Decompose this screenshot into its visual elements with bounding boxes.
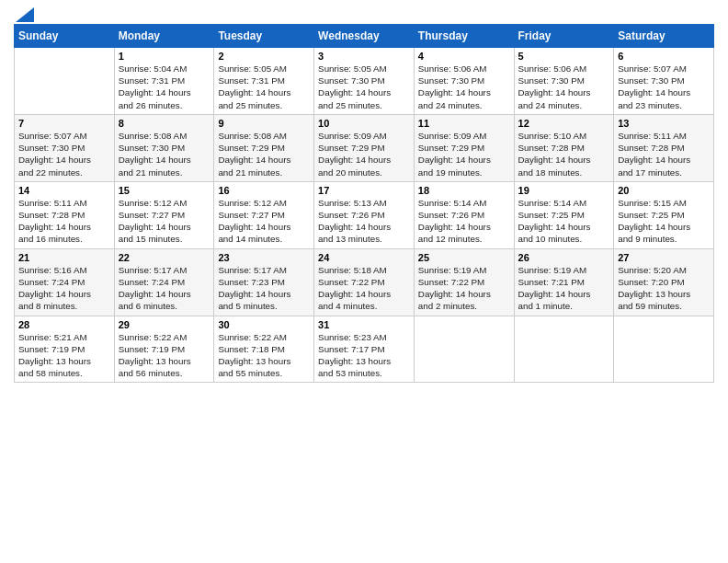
day-number: 15 <box>119 185 210 196</box>
day-info: Sunrise: 5:21 AM Sunset: 7:19 PM Dayligh… <box>18 331 110 380</box>
day-number: 30 <box>218 319 310 330</box>
day-number: 2 <box>218 51 310 62</box>
day-number: 20 <box>618 185 710 196</box>
day-info: Sunrise: 5:07 AM Sunset: 7:30 PM Dayligh… <box>618 63 710 111</box>
calendar-cell: 25Sunrise: 5:19 AM Sunset: 7:22 PM Dayli… <box>414 248 514 316</box>
day-info: Sunrise: 5:04 AM Sunset: 7:31 PM Dayligh… <box>119 63 210 111</box>
day-info: Sunrise: 5:07 AM Sunset: 7:30 PM Dayligh… <box>18 130 110 178</box>
calendar-header-row: SundayMondayTuesdayWednesdayThursdayFrid… <box>15 25 714 48</box>
logo <box>14 9 34 18</box>
calendar-cell: 11Sunrise: 5:09 AM Sunset: 7:29 PM Dayli… <box>414 114 514 181</box>
day-info: Sunrise: 5:06 AM Sunset: 7:30 PM Dayligh… <box>518 63 610 111</box>
calendar-cell <box>15 48 115 115</box>
day-number: 3 <box>318 51 410 62</box>
calendar-cell <box>414 316 514 383</box>
calendar-table: SundayMondayTuesdayWednesdayThursdayFrid… <box>14 24 714 383</box>
day-info: Sunrise: 5:14 AM Sunset: 7:26 PM Dayligh… <box>418 197 510 246</box>
calendar-cell: 15Sunrise: 5:12 AM Sunset: 7:27 PM Dayli… <box>114 181 214 248</box>
day-info: Sunrise: 5:13 AM Sunset: 7:26 PM Dayligh… <box>318 197 410 246</box>
day-info: Sunrise: 5:09 AM Sunset: 7:29 PM Dayligh… <box>318 130 410 178</box>
calendar-cell: 21Sunrise: 5:16 AM Sunset: 7:24 PM Dayli… <box>15 248 115 316</box>
day-of-week-header: Friday <box>514 25 614 48</box>
day-info: Sunrise: 5:19 AM Sunset: 7:22 PM Dayligh… <box>418 264 510 313</box>
calendar-cell: 26Sunrise: 5:19 AM Sunset: 7:21 PM Dayli… <box>514 248 614 316</box>
day-number: 5 <box>518 51 610 62</box>
day-number: 9 <box>218 118 310 129</box>
day-info: Sunrise: 5:09 AM Sunset: 7:29 PM Dayligh… <box>418 130 510 178</box>
day-number: 1 <box>119 51 210 62</box>
day-number: 25 <box>418 252 510 263</box>
day-number: 22 <box>119 252 210 263</box>
day-number: 23 <box>218 252 310 263</box>
day-number: 26 <box>518 252 610 263</box>
day-number: 7 <box>18 118 110 129</box>
calendar-cell <box>514 316 614 383</box>
calendar-cell: 16Sunrise: 5:12 AM Sunset: 7:27 PM Dayli… <box>214 181 314 248</box>
day-of-week-header: Sunday <box>15 25 115 48</box>
day-info: Sunrise: 5:08 AM Sunset: 7:29 PM Dayligh… <box>218 130 310 178</box>
calendar-cell: 14Sunrise: 5:11 AM Sunset: 7:28 PM Dayli… <box>15 181 115 248</box>
calendar-cell: 7Sunrise: 5:07 AM Sunset: 7:30 PM Daylig… <box>15 114 115 181</box>
day-info: Sunrise: 5:17 AM Sunset: 7:23 PM Dayligh… <box>218 264 310 313</box>
calendar-cell: 19Sunrise: 5:14 AM Sunset: 7:25 PM Dayli… <box>514 181 614 248</box>
day-info: Sunrise: 5:15 AM Sunset: 7:25 PM Dayligh… <box>618 197 710 246</box>
day-info: Sunrise: 5:17 AM Sunset: 7:24 PM Dayligh… <box>119 264 210 313</box>
calendar-cell: 12Sunrise: 5:10 AM Sunset: 7:28 PM Dayli… <box>514 114 614 181</box>
calendar-cell: 31Sunrise: 5:23 AM Sunset: 7:17 PM Dayli… <box>314 316 415 383</box>
day-number: 19 <box>518 185 610 196</box>
day-number: 16 <box>218 185 310 196</box>
day-info: Sunrise: 5:14 AM Sunset: 7:25 PM Dayligh… <box>518 197 610 246</box>
calendar-cell: 4Sunrise: 5:06 AM Sunset: 7:30 PM Daylig… <box>414 48 514 115</box>
calendar-cell: 6Sunrise: 5:07 AM Sunset: 7:30 PM Daylig… <box>614 48 714 115</box>
calendar-cell: 2Sunrise: 5:05 AM Sunset: 7:31 PM Daylig… <box>214 48 314 115</box>
calendar-week-row: 14Sunrise: 5:11 AM Sunset: 7:28 PM Dayli… <box>15 181 714 248</box>
calendar-cell: 20Sunrise: 5:15 AM Sunset: 7:25 PM Dayli… <box>614 181 714 248</box>
calendar-cell: 30Sunrise: 5:22 AM Sunset: 7:18 PM Dayli… <box>214 316 314 383</box>
day-number: 11 <box>418 118 510 129</box>
day-of-week-header: Tuesday <box>214 25 314 48</box>
day-of-week-header: Wednesday <box>314 25 415 48</box>
day-info: Sunrise: 5:19 AM Sunset: 7:21 PM Dayligh… <box>518 264 610 313</box>
day-number: 6 <box>618 51 710 62</box>
calendar-cell: 27Sunrise: 5:20 AM Sunset: 7:20 PM Dayli… <box>614 248 714 316</box>
day-number: 18 <box>418 185 510 196</box>
day-number: 12 <box>518 118 610 129</box>
page-container: SundayMondayTuesdayWednesdayThursdayFrid… <box>0 0 728 392</box>
day-info: Sunrise: 5:12 AM Sunset: 7:27 PM Dayligh… <box>119 197 210 246</box>
calendar-week-row: 1Sunrise: 5:04 AM Sunset: 7:31 PM Daylig… <box>15 48 714 115</box>
day-number: 14 <box>18 185 110 196</box>
day-number: 8 <box>119 118 210 129</box>
day-of-week-header: Thursday <box>414 25 514 48</box>
day-number: 29 <box>119 319 210 330</box>
calendar-cell: 18Sunrise: 5:14 AM Sunset: 7:26 PM Dayli… <box>414 181 514 248</box>
calendar-week-row: 21Sunrise: 5:16 AM Sunset: 7:24 PM Dayli… <box>15 248 714 316</box>
calendar-cell: 3Sunrise: 5:05 AM Sunset: 7:30 PM Daylig… <box>314 48 415 115</box>
calendar-cell: 28Sunrise: 5:21 AM Sunset: 7:19 PM Dayli… <box>15 316 115 383</box>
day-info: Sunrise: 5:16 AM Sunset: 7:24 PM Dayligh… <box>18 264 110 313</box>
day-info: Sunrise: 5:23 AM Sunset: 7:17 PM Dayligh… <box>318 331 410 380</box>
calendar-cell: 1Sunrise: 5:04 AM Sunset: 7:31 PM Daylig… <box>114 48 214 115</box>
day-number: 10 <box>318 118 410 129</box>
day-number: 4 <box>418 51 510 62</box>
day-info: Sunrise: 5:22 AM Sunset: 7:19 PM Dayligh… <box>119 331 210 380</box>
day-number: 28 <box>18 319 110 330</box>
calendar-cell: 13Sunrise: 5:11 AM Sunset: 7:28 PM Dayli… <box>614 114 714 181</box>
calendar-cell: 10Sunrise: 5:09 AM Sunset: 7:29 PM Dayli… <box>314 114 415 181</box>
calendar-cell: 29Sunrise: 5:22 AM Sunset: 7:19 PM Dayli… <box>114 316 214 383</box>
day-of-week-header: Monday <box>114 25 214 48</box>
day-info: Sunrise: 5:10 AM Sunset: 7:28 PM Dayligh… <box>518 130 610 178</box>
calendar-cell: 5Sunrise: 5:06 AM Sunset: 7:30 PM Daylig… <box>514 48 614 115</box>
calendar-cell: 23Sunrise: 5:17 AM Sunset: 7:23 PM Dayli… <box>214 248 314 316</box>
calendar-cell: 9Sunrise: 5:08 AM Sunset: 7:29 PM Daylig… <box>214 114 314 181</box>
day-number: 17 <box>318 185 410 196</box>
day-info: Sunrise: 5:20 AM Sunset: 7:20 PM Dayligh… <box>618 264 710 313</box>
calendar-cell <box>614 316 714 383</box>
calendar-cell: 22Sunrise: 5:17 AM Sunset: 7:24 PM Dayli… <box>114 248 214 316</box>
day-of-week-header: Saturday <box>614 25 714 48</box>
calendar-cell: 8Sunrise: 5:08 AM Sunset: 7:30 PM Daylig… <box>114 114 214 181</box>
calendar-week-row: 28Sunrise: 5:21 AM Sunset: 7:19 PM Dayli… <box>15 316 714 383</box>
calendar-cell: 17Sunrise: 5:13 AM Sunset: 7:26 PM Dayli… <box>314 181 415 248</box>
day-number: 31 <box>318 319 410 330</box>
day-number: 13 <box>618 118 710 129</box>
day-number: 24 <box>318 252 410 263</box>
